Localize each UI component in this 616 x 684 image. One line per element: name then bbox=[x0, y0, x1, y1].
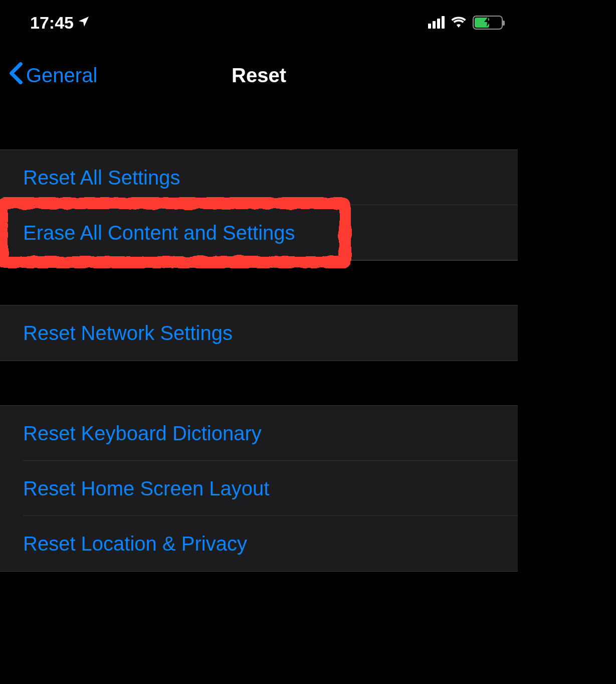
group-spacer bbox=[0, 361, 518, 405]
chevron-left-icon bbox=[9, 62, 23, 89]
list-group-1: Reset All Settings Erase All Content and… bbox=[0, 149, 518, 261]
back-label: General bbox=[26, 64, 97, 87]
battery-icon bbox=[473, 16, 503, 30]
reset-all-settings-item[interactable]: Reset All Settings bbox=[0, 150, 518, 205]
reset-keyboard-item[interactable]: Reset Keyboard Dictionary bbox=[0, 406, 518, 461]
location-icon bbox=[78, 16, 90, 30]
list-group-2: Reset Network Settings bbox=[0, 305, 518, 361]
wifi-icon bbox=[451, 16, 467, 30]
back-button[interactable]: General bbox=[0, 62, 97, 89]
reset-home-screen-item[interactable]: Reset Home Screen Layout bbox=[0, 461, 518, 516]
list-item-label: Reset All Settings bbox=[23, 166, 180, 189]
page-title: Reset bbox=[232, 64, 286, 87]
list-item-label: Erase All Content and Settings bbox=[23, 222, 295, 244]
group-spacer bbox=[0, 105, 518, 149]
status-left: 17:45 bbox=[15, 13, 90, 33]
nav-bar: General Reset bbox=[0, 45, 518, 105]
reset-network-item[interactable]: Reset Network Settings bbox=[0, 305, 518, 361]
reset-location-privacy-item[interactable]: Reset Location & Privacy bbox=[0, 516, 518, 571]
list-item-label: Reset Location & Privacy bbox=[23, 533, 247, 555]
group-spacer bbox=[0, 261, 518, 305]
erase-all-content-item[interactable]: Erase All Content and Settings bbox=[0, 205, 518, 260]
status-time: 17:45 bbox=[30, 13, 74, 33]
list-item-label: Reset Network Settings bbox=[23, 322, 233, 345]
battery-charging-icon bbox=[484, 17, 491, 29]
list-group-3: Reset Keyboard Dictionary Reset Home Scr… bbox=[0, 405, 518, 572]
list-item-label: Reset Keyboard Dictionary bbox=[23, 422, 262, 445]
cellular-signal-icon bbox=[428, 17, 445, 29]
list-item-label: Reset Home Screen Layout bbox=[23, 477, 269, 500]
status-right bbox=[428, 16, 503, 30]
screen: 17:45 bbox=[0, 0, 518, 575]
status-bar: 17:45 bbox=[0, 0, 518, 45]
